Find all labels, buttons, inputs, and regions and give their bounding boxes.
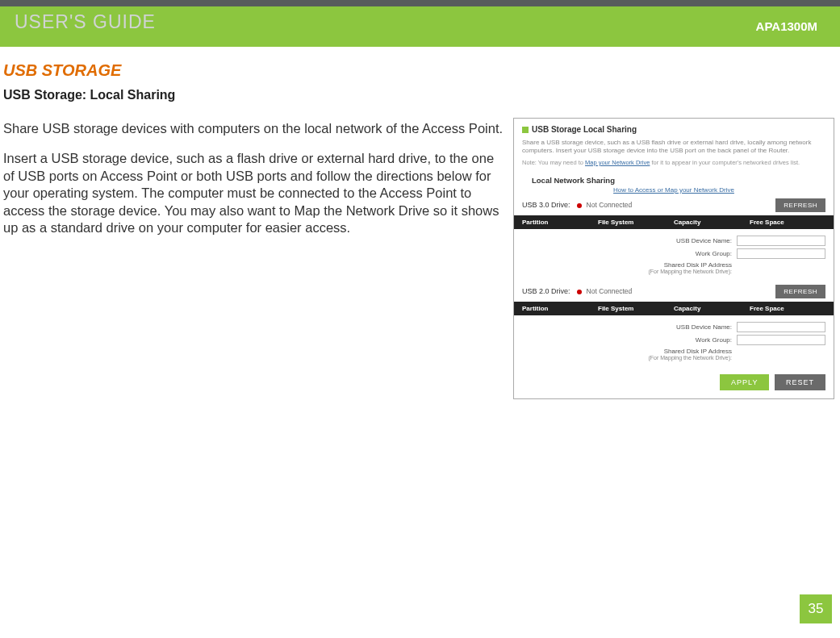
usb30-label: USB 3.0 Drive: <box>522 201 570 209</box>
status-dot-icon <box>577 203 582 208</box>
label-ip-sub: (For Mapping the Network Drive): <box>522 269 732 274</box>
status-dot-icon <box>577 290 582 294</box>
label-ip: Shared Disk IP Address <box>522 261 732 269</box>
col-capacity: Capacity <box>674 305 750 312</box>
usb20-status: Not Connected <box>587 287 633 295</box>
row-usb-name-30: USB Device Name: <box>522 236 825 246</box>
col-freespace: Free Space <box>750 305 825 312</box>
map-drive-link[interactable]: Map your Network Drive <box>585 159 650 166</box>
table-header-usb30: Partition File System Capacity Free Spac… <box>514 215 834 229</box>
panel-title-text: USB Storage Local Sharing <box>532 125 637 134</box>
label-usb-name: USB Device Name: <box>522 237 732 244</box>
refresh-button-usb20[interactable]: REFRESH <box>775 285 825 298</box>
row-workgroup-20: Work Group: <box>522 335 825 345</box>
reset-button[interactable]: RESET <box>775 374 825 390</box>
col-partition: Partition <box>522 305 598 312</box>
col-filesystem: File System <box>598 219 674 226</box>
access-map-link[interactable]: How to Access or Map your Network Drive <box>522 186 825 194</box>
col-partition: Partition <box>522 219 598 226</box>
paragraph-2: Insert a USB storage device, such as a f… <box>3 150 504 236</box>
col-freespace: Free Space <box>750 219 825 226</box>
row-ip-20: Shared Disk IP Address (For Mapping the … <box>522 348 825 361</box>
row-ip-30: Shared Disk IP Address (For Mapping the … <box>522 261 825 274</box>
guide-title: USER'S GUIDE <box>15 11 156 33</box>
row-workgroup-30: Work Group: <box>522 248 825 259</box>
square-icon <box>522 127 529 133</box>
note-suffix: for it to appear in your computer's netw… <box>650 159 800 166</box>
section-subtitle: USB Storage: Local Sharing <box>3 88 504 102</box>
local-sharing-head: Local Network Sharing <box>522 173 825 186</box>
usb30-status: Not Connected <box>587 201 633 209</box>
form-usb30: USB Device Name: Work Group: Shared Disk… <box>514 229 834 281</box>
form-usb20: USB Device Name: Work Group: Shared Disk… <box>514 315 834 368</box>
paragraph-1: Share USB storage devices with computers… <box>3 120 504 137</box>
label-workgroup: Work Group: <box>522 250 732 257</box>
label-ip-sub: (For Mapping the Network Drive): <box>522 355 732 361</box>
note-prefix: Note: You may need to <box>522 159 585 166</box>
table-header-usb20: Partition File System Capacity Free Spac… <box>514 302 834 315</box>
input-usb-name-30[interactable] <box>737 236 825 246</box>
label-workgroup: Work Group: <box>522 336 732 344</box>
apply-button[interactable]: APPLY <box>720 374 769 390</box>
usb-storage-panel: USB Storage Local Sharing Share a USB st… <box>513 118 834 399</box>
header: USER'S GUIDE APA1300M <box>0 0 840 47</box>
usb20-label: USB 2.0 Drive: <box>522 287 570 295</box>
section-title: USB STORAGE <box>3 61 504 80</box>
row-usb-name-20: USB Device Name: <box>522 322 825 332</box>
text-column: USB STORAGE USB Storage: Local Sharing S… <box>3 61 504 399</box>
model-number: APA1300M <box>756 19 817 33</box>
label-ip: Shared Disk IP Address <box>522 348 732 355</box>
panel-description: Share a USB storage device, such as a US… <box>522 139 825 156</box>
usb30-row: USB 3.0 Drive: Not Connected REFRESH <box>514 195 834 215</box>
panel-title: USB Storage Local Sharing <box>522 125 825 134</box>
page-number: 35 <box>800 594 832 623</box>
refresh-button-usb30[interactable]: REFRESH <box>775 198 825 212</box>
col-filesystem: File System <box>598 305 674 312</box>
screenshot-column: USB Storage Local Sharing Share a USB st… <box>513 118 834 399</box>
button-row: APPLY RESET <box>514 368 834 392</box>
input-workgroup-20[interactable] <box>737 335 825 345</box>
page-content: USB STORAGE USB Storage: Local Sharing S… <box>0 47 840 399</box>
panel-note: Note: You may need to Map your Network D… <box>522 159 825 166</box>
label-usb-name: USB Device Name: <box>522 323 732 331</box>
usb20-row: USB 2.0 Drive: Not Connected REFRESH <box>514 281 834 302</box>
col-capacity: Capacity <box>674 219 750 226</box>
input-usb-name-20[interactable] <box>737 322 825 332</box>
input-workgroup-30[interactable] <box>737 248 825 259</box>
